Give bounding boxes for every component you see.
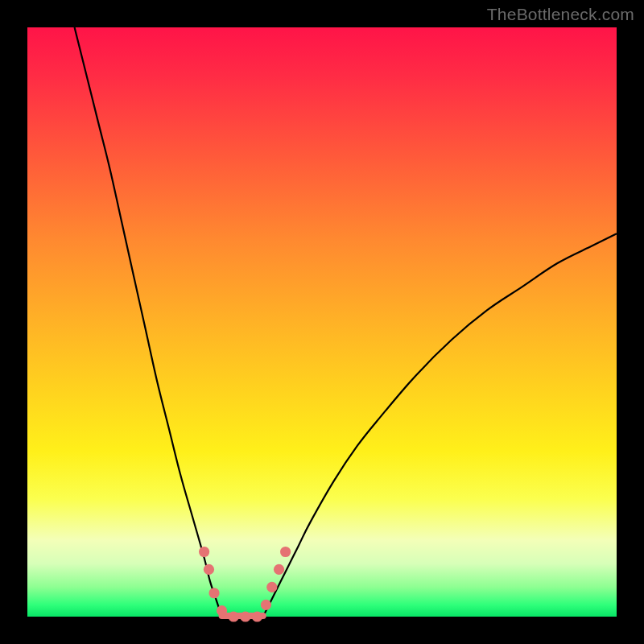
sample-dot: [229, 611, 239, 621]
chart-svg: [27, 27, 617, 617]
sample-dot: [240, 611, 250, 621]
sample-dot: [217, 605, 227, 616]
sample-dot: [280, 547, 291, 557]
sample-dot: [252, 611, 262, 621]
left-curve: [75, 27, 222, 617]
sample-dot: [204, 564, 214, 575]
chart-frame: TheBottleneck.com: [0, 0, 644, 644]
sample-dot: [266, 582, 277, 592]
right-curve: [263, 233, 617, 617]
plot-area: [27, 27, 617, 617]
sample-dots: [199, 547, 291, 622]
sample-dot: [199, 547, 209, 557]
sample-dot: [261, 600, 271, 610]
watermark-text: TheBottleneck.com: [487, 5, 634, 24]
sample-dot: [208, 588, 219, 598]
sample-dot: [274, 564, 284, 575]
